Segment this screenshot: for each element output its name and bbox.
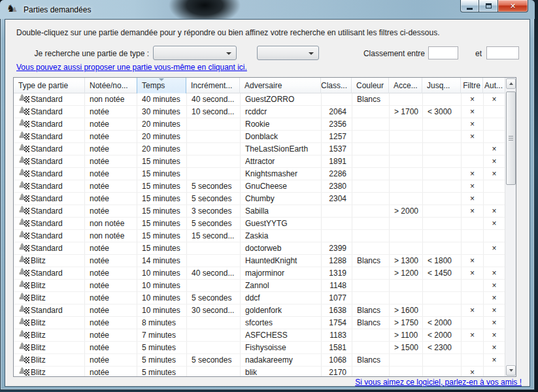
seek-list-body: ♟Standardnon notée40 minutes40 second...…	[14, 93, 505, 377]
cell-rating: 2356	[322, 118, 352, 130]
rating-max-input[interactable]	[486, 46, 519, 59]
cell-increment	[187, 329, 241, 341]
column-header-adversary[interactable]: Adversaire	[240, 78, 321, 93]
propose-game-link[interactable]: Vous pouvez aussi proposer une partie vo…	[16, 63, 247, 72]
pawn-board-icon: ♟	[18, 306, 31, 314]
cell-up-to: < 2000	[423, 317, 462, 329]
cell-auto	[484, 106, 505, 118]
cell-color	[352, 106, 390, 118]
cell-increment: 5 secondes	[187, 354, 241, 366]
column-header-rating[interactable]: Class...	[321, 78, 352, 93]
seek-row[interactable]: ♟Blitznotée5 minutesFishysoisse1581> 150…	[14, 342, 505, 354]
seek-row[interactable]: ♟Standardnotée10 minutes30 second...gold…	[14, 304, 505, 317]
cell-filter: ×	[462, 118, 484, 130]
seek-row[interactable]: ♟Blitznotée7 minutesASFCHESS1183> 1100< …	[14, 329, 505, 342]
cell-up-to	[423, 93, 462, 105]
seek-row[interactable]: ♟Standardnotée15 minutesdoctorweb2399×	[14, 242, 505, 255]
cell-color	[352, 193, 390, 204]
pawn-board-icon: ♟	[18, 194, 31, 203]
cell-increment	[187, 131, 241, 142]
column-header-auto[interactable]: Aut...	[483, 78, 504, 93]
dialog-window: ♞ ♟ Parties demandées ✕ Double-cliquez s…	[0, 0, 535, 390]
game-type-combobox[interactable]	[153, 46, 237, 60]
seek-row[interactable]: ♟Standardnotée15 minutesKnightsmasher228…	[14, 168, 505, 180]
column-header-type[interactable]: Type de partie	[14, 78, 85, 93]
cell-adversary: Rookie	[241, 118, 322, 130]
cell-accepted-from: > 1750	[390, 317, 423, 329]
cell-filter	[462, 342, 484, 353]
column-header-up-to[interactable]: Jusq...	[422, 78, 461, 93]
scroll-up-icon	[509, 82, 513, 85]
column-header-accepted-from[interactable]: Acce...	[389, 78, 422, 93]
seek-row[interactable]: ♟Standardnotée15 minutes5 secondesChumby…	[14, 193, 505, 205]
rating-min-input[interactable]	[428, 46, 458, 59]
cell-rated: notée	[85, 329, 137, 341]
column-header-filter[interactable]: Filtre	[461, 78, 483, 93]
title-bar[interactable]: ♞ ♟ Parties demandées ✕	[0, 0, 535, 19]
cell-adversary: blik	[241, 367, 322, 377]
cell-accepted-from	[390, 143, 423, 155]
cell-rating: 1537	[322, 143, 352, 155]
seek-row[interactable]: ♟Blitznotée14 minutesHauntedKnight1288Bl…	[14, 255, 505, 267]
cell-accepted-from	[390, 354, 423, 366]
cell-auto: ×	[484, 168, 505, 180]
cell-auto: ×	[484, 143, 505, 155]
cell-rated: notée	[85, 180, 137, 192]
cell-type: ♟Standard	[14, 267, 85, 279]
maximize-button[interactable]	[479, 0, 497, 12]
seek-row[interactable]: ♟Blitznotée5 minutesblik2170×	[14, 367, 505, 377]
seek-row[interactable]: ♟Standardnotée30 minutes10 second...rcdd…	[14, 106, 505, 118]
column-header-increment[interactable]: Incrément...	[186, 78, 240, 93]
seek-row[interactable]: ♟Standardnotée10 minutes40 second...majo…	[14, 267, 505, 280]
seek-row[interactable]: ♟Standardnon notée15 minutes15 second...…	[14, 230, 505, 242]
column-header-time[interactable]: Temps	[137, 78, 186, 93]
cell-rated: notée	[85, 131, 137, 142]
tell-friends-link[interactable]: Si vous aimez ce logiciel, parlez-en à v…	[355, 378, 522, 387]
game-category-combobox[interactable]	[257, 46, 319, 60]
seek-row[interactable]: ♟Standardnotée20 minutesDonblack1257×	[14, 131, 505, 143]
seek-row[interactable]: ♟Standardnon notée15 minutes5 secondesGu…	[14, 218, 505, 230]
cell-rating	[322, 205, 352, 217]
cell-up-to	[423, 242, 462, 254]
cell-increment: 15 second...	[187, 230, 241, 242]
seek-row[interactable]: ♟Blitznotée5 minutes5 secondesnadakareem…	[14, 354, 505, 367]
cell-type: ♟Standard	[14, 180, 85, 192]
cell-time: 7 minutes	[137, 329, 187, 341]
seek-row[interactable]: ♟Standardnotée15 minutes3 secondesSabill…	[14, 205, 505, 218]
cell-filter: ×	[462, 329, 484, 341]
cell-adversary: Knightsmasher	[241, 168, 322, 180]
cell-up-to	[423, 180, 462, 192]
seek-row[interactable]: ♟Blitznotée10 minutesZannol1148×	[14, 280, 505, 292]
scrollbar-thumb[interactable]	[506, 91, 516, 185]
cell-adversary: nadakareemy	[241, 354, 322, 366]
column-header-color[interactable]: Couleur	[352, 78, 389, 93]
minimize-button[interactable]	[460, 0, 479, 12]
vertical-scrollbar[interactable]	[505, 78, 516, 376]
pawn-board-icon: ♟	[18, 219, 31, 227]
cell-adversary: ddcf	[241, 292, 322, 304]
seek-row[interactable]: ♟Blitznotée10 minutes5 secondesddcf1077×	[14, 292, 505, 304]
seek-row[interactable]: ♟Standardnotée15 minutesAttractor1891×	[14, 155, 505, 168]
cell-filter: ×	[462, 106, 484, 118]
close-button[interactable]: ✕	[497, 0, 528, 12]
seek-row[interactable]: ♟Standardnotée20 minutesRookie2356×	[14, 118, 505, 131]
cell-rated: non notée	[85, 218, 137, 229]
cell-rating: 2170	[322, 367, 352, 377]
cell-auto: ×	[484, 267, 505, 279]
scroll-down-button[interactable]	[506, 365, 516, 376]
cell-type: ♟Blitz	[14, 342, 85, 353]
seek-row[interactable]: ♟Standardnotée20 minutesTheLastSionEarth…	[14, 143, 505, 155]
pawn-board-icon: ♟	[18, 244, 31, 252]
seek-row[interactable]: ♟Standardnon notée40 minutes40 second...…	[14, 93, 505, 106]
seek-list: Type de partie Notée/no... Temps Incréme…	[13, 77, 516, 377]
column-header-rated[interactable]: Notée/no...	[85, 78, 137, 93]
seek-row[interactable]: ♟Blitznotée8 minutessfcortes1754Blancs> …	[14, 317, 505, 329]
instructions-text: Double-cliquez sur une partie demandée p…	[16, 28, 439, 37]
et-label: et	[475, 49, 482, 58]
cell-adversary: ASFCHESS	[241, 329, 322, 341]
cell-rated: notée	[85, 242, 137, 254]
seek-row[interactable]: ♟Standardnotée15 minutes5 secondesGnuChe…	[14, 180, 505, 193]
cell-rating: 1257	[322, 131, 352, 142]
cell-color	[352, 168, 390, 180]
scroll-up-button[interactable]	[506, 78, 516, 89]
